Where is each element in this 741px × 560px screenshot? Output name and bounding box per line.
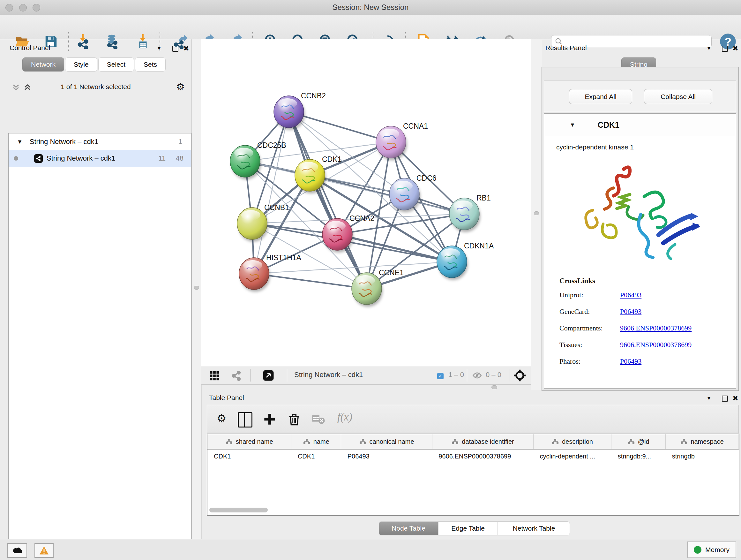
network-collection-label: String Network – cdk1	[30, 138, 98, 146]
table-column-header[interactable]: canonical name	[341, 434, 432, 449]
nav-separator	[250, 369, 251, 381]
network-options-gear-icon[interactable]: ⚙	[176, 82, 185, 91]
network-node-label: CCNA1	[403, 122, 428, 130]
tab-node-table[interactable]: Node Table	[379, 521, 438, 536]
network-tree: ▼ String Network – cdk1 1 String Network…	[8, 133, 192, 560]
network-node-label: HIST1H1A	[266, 253, 301, 262]
tree-collapse-icon[interactable]: ▼	[17, 138, 23, 145]
crosslink-link[interactable]: P06493	[620, 357, 642, 366]
network-node[interactable]: CDC25B	[230, 141, 286, 179]
network-node-label: CDK1	[322, 155, 341, 164]
table-cell[interactable]: P06493	[341, 449, 432, 463]
table-cell[interactable]: 9606.ENSP00000378699	[432, 449, 533, 463]
table-panel-title: Table Panel	[209, 394, 244, 401]
table-cell[interactable]: cyclin-dependent ...	[534, 449, 611, 463]
nav-separator	[510, 369, 510, 381]
control-panel-menu-icon[interactable]: ▾	[158, 45, 160, 52]
table-row[interactable]: CDK1CDK1P064939606.ENSP00000378699cyclin…	[207, 449, 739, 463]
control-panel-title: Control Panel	[10, 44, 50, 52]
network-node[interactable]: RB1	[449, 194, 491, 232]
column-type-icon	[628, 438, 635, 445]
memory-button[interactable]: Memory	[687, 542, 736, 558]
tab-style[interactable]: Style	[65, 57, 97, 71]
crosslink-link[interactable]: 9606.ENSP00000378699	[620, 324, 691, 332]
tab-sets[interactable]: Sets	[135, 57, 165, 71]
table-panel-menu-icon[interactable]: ▾	[708, 395, 711, 401]
network-edge-count: 48	[176, 154, 184, 163]
expand-all-button[interactable]: Expand All	[569, 89, 632, 104]
crosslink-label: GeneCard:	[559, 307, 620, 316]
network-node[interactable]: CDC6	[389, 174, 436, 212]
crosslinks-list: Uniprot:P06493GeneCard:P06493Compartment…	[559, 291, 736, 366]
table-cell[interactable]: stringdb	[666, 449, 739, 463]
gene-card-header[interactable]: ▼ CDK1	[544, 114, 736, 136]
hidden-eye-slash-icon	[472, 371, 482, 381]
delete-column-icon[interactable]	[287, 412, 301, 428]
column-type-icon	[552, 438, 559, 445]
table-column-header[interactable]: @id	[611, 434, 666, 449]
collapse-all-button[interactable]: Collapse All	[644, 89, 712, 104]
results-panel-float-icon[interactable]	[722, 46, 728, 52]
network-share-icon[interactable]	[231, 370, 242, 382]
crosslink-row: Uniprot:P06493	[559, 291, 736, 299]
network-row-selected[interactable]: String Network – cdk1 11 48	[9, 150, 191, 167]
show-columns-icon[interactable]	[238, 412, 253, 428]
network-canvas[interactable]: CCNB2CCNA1CDC25BCDK1CDC6RB1CCNB1CCNA2CDK…	[201, 39, 531, 366]
table-cell[interactable]: CDK1	[291, 449, 341, 463]
table-cell[interactable]: CDK1	[207, 449, 291, 463]
node-table[interactable]: shared namenamecanonical namedatabase id…	[207, 434, 739, 516]
birdseye-view-icon[interactable]	[263, 370, 274, 382]
control-panel-float-icon[interactable]	[172, 46, 179, 52]
warning-status-button[interactable]	[35, 543, 54, 558]
results-panel-menu-icon[interactable]: ▾	[708, 45, 711, 52]
grid-view-icon[interactable]	[209, 370, 220, 382]
network-status-dot	[14, 156, 18, 161]
network-node[interactable]: CDKN1A	[437, 242, 494, 280]
gene-description: cyclin-dependent kinase 1	[544, 136, 736, 151]
network-node-label: CDC6	[416, 174, 436, 182]
selected-checkbox-icon[interactable]: ✓	[437, 373, 444, 379]
table-column-header[interactable]: namespace	[666, 434, 739, 449]
network-collection-row[interactable]: ▼ String Network – cdk1 1	[9, 133, 191, 150]
network-view-toolbar: String Network – cdk1 ✓ 1 – 0 0 – 0	[201, 366, 531, 385]
network-node[interactable]: CDK1	[295, 155, 341, 193]
table-cell[interactable]: stringdb:9...	[611, 449, 666, 463]
table-horizontal-scrollbar[interactable]	[209, 508, 268, 512]
crosslink-row: Pharos:P06493	[559, 357, 736, 366]
results-panel-close-icon[interactable]: ✖	[732, 44, 738, 52]
crosslink-label: Pharos:	[559, 357, 620, 366]
network-edge	[289, 112, 367, 289]
crosslink-link[interactable]: P06493	[620, 291, 642, 299]
table-column-header[interactable]: shared name	[207, 434, 291, 449]
network-node-label: CCNE1	[379, 268, 404, 277]
cloud-status-button[interactable]	[7, 543, 27, 558]
fit-crosshair-icon[interactable]	[514, 369, 526, 383]
tab-edge-table[interactable]: Edge Table	[438, 521, 498, 536]
crosslink-link[interactable]: 9606.ENSP00000378699	[620, 341, 691, 349]
table-column-header[interactable]: name	[291, 434, 341, 449]
function-builder-icon-disabled: f(x)	[337, 411, 352, 423]
table-column-header[interactable]: database identifier	[432, 434, 533, 449]
application-window: Session: New Session	[0, 0, 741, 560]
crosslink-label: Uniprot:	[559, 291, 620, 299]
tab-select[interactable]: Select	[98, 57, 134, 71]
table-options-gear-icon[interactable]: ⚙	[217, 413, 226, 424]
tab-network-table[interactable]: Network Table	[498, 521, 570, 536]
tab-network[interactable]: Network	[22, 57, 64, 71]
table-column-header[interactable]: description	[534, 434, 611, 449]
network-node[interactable]: CCNA1	[376, 122, 428, 160]
table-splitter-handle[interactable]	[491, 385, 497, 389]
network-row-label: String Network – cdk1	[47, 154, 115, 163]
column-type-icon	[680, 438, 687, 445]
protein-structure-image	[562, 155, 712, 270]
control-panel-close-icon[interactable]: ✖	[183, 44, 189, 52]
add-column-icon[interactable]	[263, 413, 276, 427]
network-node[interactable]: CCNB2	[274, 91, 326, 130]
right-splitter-handle[interactable]	[534, 211, 539, 215]
main-toolbar: ?	[0, 15, 741, 39]
crosslink-link[interactable]: P06493	[620, 307, 642, 316]
left-splitter-handle[interactable]	[194, 286, 199, 290]
table-panel-close-icon[interactable]: ✖	[732, 394, 738, 402]
gene-collapse-icon[interactable]: ▼	[569, 122, 576, 128]
table-panel-float-icon[interactable]	[722, 395, 728, 401]
